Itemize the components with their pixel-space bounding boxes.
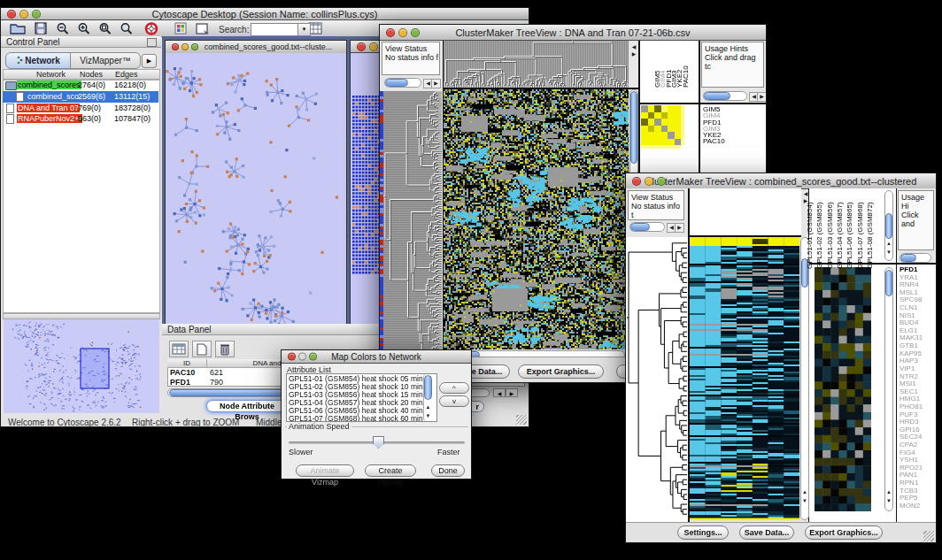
float-icon[interactable]	[147, 38, 157, 47]
create-vizmap-button[interactable]: Create Vizmap	[365, 464, 416, 477]
zoom-icon[interactable]	[657, 177, 666, 186]
tv2-detail-thumb[interactable]	[885, 270, 892, 296]
minimize-icon[interactable]	[298, 353, 306, 361]
tv1-col-scroll-right[interactable]: ▶	[630, 50, 637, 58]
move-down-button[interactable]: v	[439, 395, 469, 407]
tv2-detail-down[interactable]: ▼	[885, 497, 892, 505]
attr-scroll-thumb[interactable]	[424, 375, 432, 400]
zoom-icon[interactable]	[411, 28, 420, 37]
tv2-labels-thumb[interactable]	[885, 213, 892, 239]
tv2-detail-heatmap[interactable]	[815, 267, 871, 511]
tv2-col-scroll-left[interactable]: ◀	[802, 190, 809, 197]
close-icon[interactable]	[386, 28, 395, 37]
network-view-1[interactable]	[166, 53, 346, 327]
matrix-cell	[668, 112, 675, 119]
minimize-icon[interactable]	[645, 177, 653, 186]
col-nodes[interactable]: Nodes	[80, 70, 103, 79]
network-overview[interactable]	[4, 319, 159, 413]
tv1-column-dendrogram[interactable]	[444, 41, 629, 88]
close-icon[interactable]	[172, 43, 179, 50]
tv1-vscrollbar-thumb[interactable]	[630, 91, 637, 164]
close-icon[interactable]	[7, 10, 16, 19]
tv2-labels-down[interactable]: ▼	[885, 249, 892, 257]
col-network[interactable]: Network	[36, 70, 66, 79]
hints-scroll-right[interactable]: ▶	[757, 92, 766, 102]
scroll-right-arrow[interactable]: ▶	[675, 223, 684, 233]
tv1-heatmap[interactable]	[444, 89, 629, 349]
minimize-icon[interactable]	[398, 28, 407, 37]
matrix-cell	[654, 139, 661, 146]
minimize-icon[interactable]	[369, 42, 378, 51]
speed-slider-thumb[interactable]	[373, 436, 384, 449]
tv2-detail-scrollbar[interactable]	[884, 267, 893, 511]
data-scroll-right[interactable]: ▶	[506, 388, 518, 397]
network-row[interactable]: RNAPuberNov2+!563(0)107847(0)	[3, 113, 158, 125]
tv2-status-thumb[interactable]	[630, 223, 650, 231]
matrix-cell	[641, 132, 648, 139]
cytoscape-titlebar[interactable]: Cytoscape Desktop (Session Name: collins…	[1, 8, 529, 20]
table-select-icon[interactable]	[169, 341, 189, 357]
tv2-button-save-data-[interactable]: Save Data...	[739, 525, 794, 540]
network-window-1-titlebar[interactable]: combined_scores_good.txt--cluste...	[166, 41, 346, 54]
tv2-button-export-graphics-[interactable]: Export Graphics...	[805, 525, 883, 540]
usage-hints-line2: Click and drag tc	[705, 53, 763, 71]
tv2-row-dendrogram[interactable]	[627, 237, 687, 520]
tv1-usage-hints: Usage Hints Click and drag tc	[701, 42, 764, 88]
matrix-cell	[668, 126, 675, 133]
network-row[interactable]: combined_sco2569(6)13112(15)	[3, 91, 158, 103]
close-icon[interactable]	[357, 42, 366, 51]
tv2-vscroll-up[interactable]: ▲	[801, 488, 808, 496]
window-resize-grip[interactable]	[516, 414, 527, 425]
animate-vizmap-button[interactable]: Animate Vizmap	[296, 464, 354, 477]
tv1-button-export-graphics-[interactable]: Export Graphics...	[518, 364, 604, 379]
attr-scroll-up[interactable]: ▲	[424, 403, 432, 411]
attr-header-id[interactable]: ID	[167, 359, 207, 368]
tv2-column-label: GPL51-01 (GSM854)	[806, 202, 814, 269]
network-row[interactable]: DNA and Tran 07769(0)183728(0)	[3, 103, 158, 114]
tv2-detail-up[interactable]: ▲	[885, 488, 892, 496]
splitter[interactable]	[3, 313, 160, 319]
tv2-button-settings-[interactable]: Settings...	[677, 525, 729, 540]
treeview1-titlebar[interactable]: ClusterMaker TreeView : DNA and Tran 07-…	[380, 25, 766, 41]
delete-icon[interactable]	[215, 341, 235, 357]
attribute-listbox[interactable]: GPL51-01 (GSM854) heat shock 05 minGPL51…	[286, 373, 437, 422]
move-up-button[interactable]: ^	[439, 382, 469, 394]
tv1-status-thumb[interactable]	[385, 79, 408, 87]
zoom-icon[interactable]	[32, 10, 41, 19]
dialog-titlebar[interactable]: Map Colors to Network	[282, 350, 471, 364]
close-icon[interactable]	[288, 353, 296, 361]
control-panel-header[interactable]: Control Panel	[1, 36, 161, 48]
zoom-icon[interactable]	[191, 43, 198, 50]
tv2-vscroll-down[interactable]: ▼	[801, 497, 808, 505]
col-edges[interactable]: Edges	[115, 70, 138, 79]
minimize-icon[interactable]	[181, 43, 189, 50]
node-attr-browser-button[interactable]: Node Attribute Brows	[206, 400, 288, 412]
close-icon[interactable]	[632, 177, 641, 186]
new-page-icon[interactable]	[192, 341, 212, 357]
scroll-right-arrow[interactable]: ▶	[431, 79, 441, 88]
data-scroll-left[interactable]: ◀	[493, 388, 506, 397]
tab-more-button[interactable]: ▶	[142, 54, 157, 68]
tv1-hints-thumb[interactable]	[704, 92, 730, 100]
tv2-resize-grip[interactable]	[923, 531, 934, 541]
minimize-icon[interactable]	[19, 10, 28, 19]
treeview2-titlebar[interactable]: ClusterMaker TreeView : combined_scores_…	[626, 173, 936, 189]
network-row[interactable]: combined_scores2764(0)16218(0)	[3, 80, 158, 91]
tv2-hints-thumb[interactable]	[900, 254, 916, 262]
tv1-correlation-matrix[interactable]	[641, 105, 685, 150]
network-view-2[interactable]	[351, 92, 381, 295]
done-button[interactable]: Done	[431, 464, 465, 477]
tab-network[interactable]: Network	[5, 52, 72, 69]
tab-vizmapper[interactable]: VizMapper™	[70, 52, 141, 69]
search-input[interactable]	[251, 23, 298, 36]
attr-scroll-down[interactable]: ▼	[424, 412, 432, 420]
search-dropdown[interactable]: ▼	[297, 23, 311, 36]
zoom-icon[interactable]	[309, 353, 317, 361]
control-panel-title: Control Panel	[6, 37, 60, 47]
attribute-item[interactable]: GPL51-07 (GSM868) heat shock 60 min	[289, 415, 436, 422]
tv2-heatmap[interactable]	[690, 237, 799, 520]
data-panel-title: Data Panel	[167, 325, 211, 334]
tv1-col-scroll-left[interactable]: ◀	[630, 43, 637, 50]
tv1-row-dendrogram[interactable]	[383, 91, 442, 357]
tv2-labels-up[interactable]: ▲	[885, 240, 892, 248]
